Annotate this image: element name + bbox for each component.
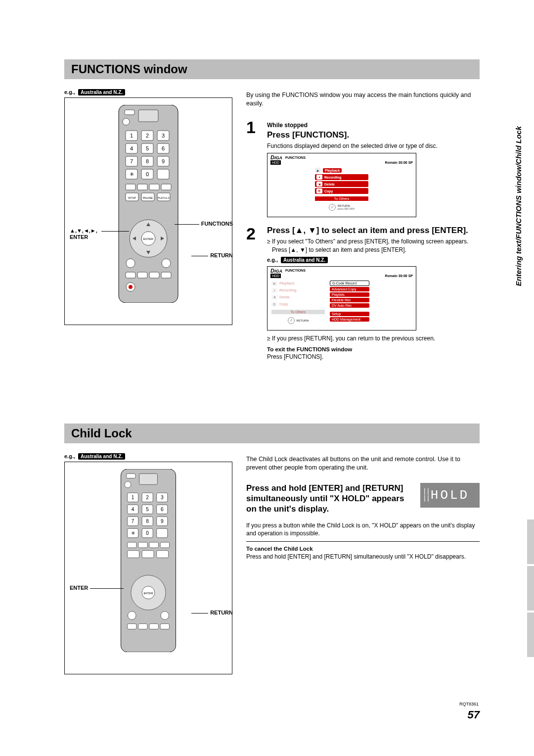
region-tag: Australia and N.Z. <box>78 89 125 95</box>
svg-rect-83 <box>127 551 139 558</box>
svg-point-45 <box>162 259 171 268</box>
svg-text:✳: ✳ <box>131 530 135 536</box>
fn-recording: ●Recording <box>315 174 368 180</box>
step2-bullet2: If you press [RETURN], you can return to… <box>267 334 480 342</box>
svg-text:7: 7 <box>132 519 134 524</box>
eg-row-lock: e.g., Australia and N.Z. <box>64 453 232 460</box>
return-row: ↺ RETURNpress RETURN <box>315 204 368 211</box>
svg-text:5: 5 <box>146 145 149 151</box>
svg-text:4: 4 <box>130 145 133 151</box>
svg-text:4: 4 <box>132 507 134 512</box>
remote-svg-lock: 123 456 789 ✳0 ENTER <box>114 469 183 652</box>
callout-enter-lock: ENTER <box>70 585 88 591</box>
cancel-head: To cancel the Child Lock <box>246 546 480 552</box>
functions-heading: FUNCTIONS window <box>64 59 480 79</box>
exit-functions-body: Press [FUNCTIONS]. <box>267 353 480 360</box>
svg-point-89 <box>128 612 136 620</box>
svg-text:STOP: STOP <box>128 196 136 199</box>
svg-rect-67 <box>157 528 168 538</box>
svg-point-55 <box>125 481 131 488</box>
step1-main: Press [FUNCTIONS]. <box>267 130 480 140</box>
diga-logo: DDIGAIGA <box>270 154 282 160</box>
screen-title: FUNCTIONS <box>285 156 306 159</box>
svg-text:6: 6 <box>162 145 165 151</box>
svg-text:3: 3 <box>161 495 164 500</box>
callout-return: RETURN <box>210 252 233 258</box>
opt-hddmgmt: HDD Management <box>330 317 369 322</box>
svg-rect-29 <box>149 184 159 190</box>
opt-advcopy: Advanced Copy <box>330 287 369 291</box>
step1-note: Functions displayed depend on the select… <box>267 142 480 150</box>
side-tabs <box>527 520 534 657</box>
fn2-to-others: To Others <box>271 310 325 314</box>
childlock-heading: Child Lock <box>64 424 480 443</box>
svg-rect-1 <box>125 110 134 115</box>
step2-number: 2 <box>246 225 260 242</box>
svg-rect-28 <box>137 184 147 190</box>
side-vertical-text: Entering text/FUNCTIONS window/Child Loc… <box>514 126 523 286</box>
svg-point-3 <box>123 118 130 125</box>
svg-rect-15 <box>157 169 169 179</box>
callout-functions: FUNCTIONS <box>201 221 233 227</box>
opt-playlists: Playlists <box>330 292 369 297</box>
svg-text:3: 3 <box>162 133 165 139</box>
svg-text:✳: ✳ <box>130 171 134 177</box>
svg-rect-84 <box>142 551 154 558</box>
svg-text:2: 2 <box>146 133 149 139</box>
lock-intro: The Child Lock deactivates all buttons o… <box>246 455 480 472</box>
hold-text: HOLD <box>420 483 480 508</box>
svg-rect-54 <box>139 473 158 484</box>
fn-playback: ▶Playback <box>315 167 368 173</box>
svg-text:9: 9 <box>161 519 164 524</box>
opt-setup: Setup <box>330 312 369 316</box>
page-number: 57 <box>468 709 480 721</box>
svg-rect-93 <box>149 624 159 629</box>
lock-main: Press and hold [ENTER] and [RETURN] simu… <box>246 483 409 515</box>
svg-text:9: 9 <box>162 158 165 164</box>
svg-text:1: 1 <box>132 495 134 500</box>
functions-screen-2: DIGA FUNCTIONS HDD Remain 30:00 SP ▶Play… <box>267 266 416 331</box>
functions-screen-1: DDIGAIGA FUNCTIONS HDD Remain 30:00 SP ▶… <box>267 153 416 217</box>
fn-copy: ⎘Copy <box>315 188 368 194</box>
fn-to-others: To Others <box>315 196 368 201</box>
svg-text:ENTER: ENTER <box>143 237 154 240</box>
svg-text:5: 5 <box>146 507 149 512</box>
svg-rect-47 <box>137 272 147 278</box>
fn2-playback: ▶Playback <box>271 281 325 286</box>
fn-delete: ✖Delete <box>315 181 368 187</box>
eg-row-func: e.g., Australia and N.Z. <box>64 89 232 95</box>
diga-logo-2: DIGA <box>270 268 282 274</box>
screen-title-2: FUNCTIONS <box>285 269 306 272</box>
callout-return-lock: RETURN <box>210 610 233 615</box>
svg-rect-46 <box>126 272 135 278</box>
svg-text:7: 7 <box>130 158 133 164</box>
opt-flexrec: Flexible Rec <box>330 298 369 302</box>
step2-bullet1: If you select "To Others" and press [ENT… <box>267 237 480 253</box>
fn2-copy: ⎘Copy <box>271 301 325 307</box>
svg-point-51 <box>129 285 133 289</box>
step1-precondition: While stopped <box>267 122 480 129</box>
step2-main: Press [▲, ▼] to select an item and press… <box>267 225 480 236</box>
svg-rect-48 <box>149 272 159 278</box>
svg-text:6: 6 <box>161 507 164 512</box>
remain-text: Remain 30:00 SP <box>385 161 413 164</box>
svg-rect-94 <box>160 624 170 629</box>
remote-illustration-functions: 123 456 789 ✳0 STOP PAUSE PLAY/x1.3 <box>64 97 232 325</box>
return-row-2: ↺ RETURN <box>271 317 325 324</box>
svg-rect-81 <box>149 542 159 548</box>
svg-text:1: 1 <box>130 133 133 139</box>
svg-rect-30 <box>161 184 171 190</box>
svg-rect-27 <box>126 184 135 190</box>
svg-text:8: 8 <box>146 158 149 164</box>
remote-svg: 123 456 789 ✳0 STOP PAUSE PLAY/x1.3 <box>114 105 183 303</box>
fn2-delete: ✖Delete <box>271 294 325 300</box>
svg-rect-79 <box>127 542 136 548</box>
opt-gcode: G-Code Record <box>330 281 369 286</box>
svg-rect-80 <box>138 542 148 548</box>
hdd-tag-2: HDD <box>270 274 281 278</box>
divider <box>246 541 480 542</box>
hold-display: ⎮⎮⎮⎮ HOLD <box>420 483 480 508</box>
svg-rect-82 <box>160 542 170 548</box>
svg-text:PLAY/x1.3: PLAY/x1.3 <box>158 196 169 199</box>
callout-arrows-enter: ▲,▼,◄,►, ENTER <box>70 228 99 240</box>
